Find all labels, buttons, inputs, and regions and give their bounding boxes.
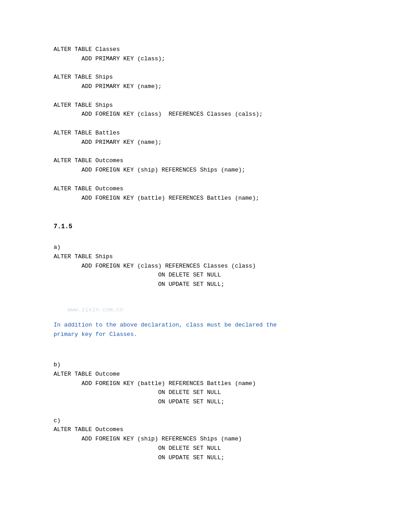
code-line: ALTER TABLE Classes ADD PRIMARY KEY (cla…: [54, 46, 263, 201]
code-block-1: ALTER TABLE Classes ADD PRIMARY KEY (cla…: [54, 36, 357, 212]
code-line-a: a) ALTER TABLE Ships ADD FOREIGN KEY (cl…: [54, 244, 256, 288]
page-content: ALTER TABLE Classes ADD PRIMARY KEY (cla…: [54, 36, 357, 472]
code-line-b: b) ALTER TABLE Outcome ADD FOREIGN KEY (…: [54, 361, 256, 461]
code-block-3: b) ALTER TABLE Outcome ADD FOREIGN KEY (…: [54, 342, 357, 472]
section-heading-715: 7.1.5: [54, 223, 357, 230]
blue-text-block: In addition to the above declaration, cl…: [54, 321, 357, 339]
blue-line-1: In addition to the above declaration, cl…: [54, 321, 357, 330]
blue-line-2: primary key for Classes.: [54, 330, 357, 339]
watermark-overlay: www.zixin.com.cn: [54, 300, 357, 320]
code-block-2: a) ALTER TABLE Ships ADD FOREIGN KEY (cl…: [54, 234, 357, 299]
watermark-text: www.zixin.com.cn: [67, 306, 123, 313]
